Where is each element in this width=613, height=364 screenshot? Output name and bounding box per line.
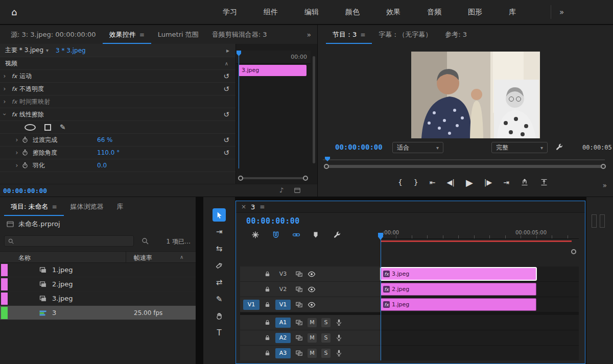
zoom-handle-right[interactable] xyxy=(303,176,308,181)
panel-menu-icon[interactable]: ≡ xyxy=(139,31,145,38)
eye-icon[interactable] xyxy=(308,270,316,278)
eye-icon[interactable] xyxy=(308,301,316,309)
chevron-right-icon[interactable]: › xyxy=(0,85,9,92)
track-select-v1[interactable]: V1 xyxy=(275,300,291,310)
timeline-timecode[interactable]: 00:00:00:00 xyxy=(246,216,300,226)
tab-source-monitor[interactable]: 源: 3: 3.jpeg: 00:00:00:00 xyxy=(4,25,103,44)
transition-complete-value[interactable]: 66 % xyxy=(97,136,113,143)
source-patch-empty[interactable] xyxy=(243,284,260,295)
tab-lumetri-scopes[interactable]: Lumetri 范围 xyxy=(151,25,205,44)
source-patch-empty[interactable] xyxy=(243,318,260,328)
sort-caret-icon[interactable]: ∧ xyxy=(180,254,183,260)
tab-reference[interactable]: 参考: 3 xyxy=(438,25,474,44)
item-name[interactable]: 1.jpeg xyxy=(52,266,73,274)
label-color-swatch[interactable] xyxy=(1,307,8,319)
playhead-line[interactable] xyxy=(381,239,381,360)
play-button[interactable]: ▶ xyxy=(466,177,473,188)
track-content-v1[interactable]: fx 1.jpeg xyxy=(381,297,579,312)
param-row-wipe-angle[interactable]: › 擦除角度 110.0 ° ↺ xyxy=(0,147,235,159)
lock-icon[interactable] xyxy=(264,301,271,308)
solo-button[interactable]: S xyxy=(321,349,331,358)
mini-horizontal-scrollbar[interactable] xyxy=(238,176,308,181)
tab-effect-controls[interactable]: 效果控件 ≡ xyxy=(103,25,151,44)
effect-row-time-remap[interactable]: › fx 时间重映射 xyxy=(0,95,235,108)
timeline-hscroll[interactable] xyxy=(236,360,585,363)
tab-audio-clip-mixer[interactable]: 音频剪辑混合器: 3 xyxy=(205,25,274,44)
chevron-right-icon[interactable]: › xyxy=(12,149,21,156)
mute-button[interactable]: M xyxy=(308,333,317,343)
tab-libraries[interactable]: 库 xyxy=(110,197,130,216)
tab-overflow-icon[interactable]: » xyxy=(306,31,311,39)
scrubber-track[interactable] xyxy=(323,159,605,160)
mini-vertical-scrollbar[interactable] xyxy=(313,56,315,163)
track-header-v2[interactable]: V2 xyxy=(240,282,381,297)
workspace-assembly[interactable]: 组件 xyxy=(250,8,291,17)
sync-lock-icon[interactable] xyxy=(295,270,303,278)
source-patch-empty[interactable] xyxy=(243,333,260,343)
tab-media-browser[interactable]: 媒体浏览器 xyxy=(64,197,110,216)
feather-value[interactable]: 0.0 xyxy=(97,162,107,169)
selection-tool[interactable] xyxy=(213,208,226,222)
source-patch-empty[interactable] xyxy=(243,348,260,358)
column-framerate[interactable]: 帧速率 xyxy=(134,254,152,262)
play-audio-icon[interactable]: ♪ xyxy=(279,186,284,194)
project-row-2jpeg[interactable]: 2.jpeg xyxy=(0,277,196,292)
ripple-edit-tool[interactable]: ⇆ xyxy=(213,242,226,255)
reset-effect-icon[interactable]: ↺ xyxy=(223,110,229,118)
export-frame-icon[interactable] xyxy=(294,187,301,194)
effect-row-opacity[interactable]: › fx 不透明度 ↺ xyxy=(0,83,235,95)
step-forward-button[interactable]: |▶ xyxy=(484,178,492,186)
lock-icon[interactable] xyxy=(264,286,271,293)
linked-clip-label[interactable]: 3 * 3.jpeg xyxy=(56,47,86,54)
lock-icon[interactable] xyxy=(264,319,271,326)
ellipse-mask-icon[interactable] xyxy=(25,124,36,131)
mute-button[interactable]: M xyxy=(308,349,317,358)
track-content-a2[interactable] xyxy=(381,330,579,346)
solo-button[interactable]: S xyxy=(321,318,331,327)
pen-mask-icon[interactable]: ✎ xyxy=(60,123,66,131)
lift-button[interactable] xyxy=(521,178,529,186)
column-divider[interactable] xyxy=(126,252,126,262)
collapse-icon[interactable]: ∧ xyxy=(225,61,228,66)
snap-magnet-icon[interactable] xyxy=(272,231,280,239)
workspace-graphics[interactable]: 图形 xyxy=(455,8,496,17)
track-header-v3[interactable]: V3 xyxy=(240,266,381,282)
project-search-box[interactable] xyxy=(4,235,134,247)
param-row-transition[interactable]: › 过渡完成 66 % ↺ xyxy=(0,134,235,147)
tab-captions[interactable]: 字幕：（无字幕） xyxy=(372,25,438,44)
clip-2jpeg[interactable]: fx 2.jpeg xyxy=(381,283,536,296)
home-icon[interactable]: ⌂ xyxy=(11,7,17,17)
lock-icon[interactable] xyxy=(264,271,271,277)
video-section-row[interactable]: 视频 ∧ xyxy=(0,57,235,70)
track-header-v1[interactable]: V1 V1 xyxy=(240,297,381,312)
workspace-color[interactable]: 颜色 xyxy=(332,8,373,17)
source-patch-empty[interactable] xyxy=(243,269,260,279)
workspace-effects[interactable]: 效果 xyxy=(373,8,414,17)
mini-timeline-ruler[interactable]: 00:00 xyxy=(236,51,311,64)
sync-lock-icon[interactable] xyxy=(295,334,303,342)
slip-tool[interactable]: ⇄ xyxy=(213,276,226,289)
type-tool[interactable]: T xyxy=(213,326,226,339)
chevron-right-icon[interactable]: › xyxy=(0,98,9,105)
rect-mask-icon[interactable] xyxy=(44,124,51,131)
extract-button[interactable] xyxy=(540,178,548,186)
track-select-v2[interactable]: V2 xyxy=(275,284,291,295)
project-row-3jpeg[interactable]: 3.jpeg xyxy=(0,292,196,306)
track-header-a3[interactable]: A3 M S xyxy=(240,346,381,361)
item-name[interactable]: 2.jpeg xyxy=(52,280,73,288)
workspace-overflow-icon[interactable]: » xyxy=(551,5,564,19)
wipe-angle-value[interactable]: 110.0 ° xyxy=(97,149,120,156)
transport-overflow-icon[interactable]: » xyxy=(602,181,607,189)
nested-sequence-icon[interactable] xyxy=(251,231,260,239)
tab-program[interactable]: 节目：3 ≡ xyxy=(326,25,372,44)
mini-playhead-line[interactable] xyxy=(239,51,239,168)
mark-out-button[interactable]: } xyxy=(414,178,418,186)
solo-button[interactable]: S xyxy=(321,333,331,343)
lock-icon[interactable] xyxy=(264,350,271,356)
zoom-handle-left[interactable] xyxy=(238,176,243,181)
sync-lock-icon[interactable] xyxy=(295,285,303,293)
program-timecode[interactable]: 00:00:00:00 xyxy=(335,143,383,151)
effect-controls-timecode[interactable]: 00:00:00:00 xyxy=(3,187,47,195)
stopwatch-icon[interactable] xyxy=(21,149,29,156)
chevron-right-icon[interactable]: › xyxy=(12,162,21,169)
